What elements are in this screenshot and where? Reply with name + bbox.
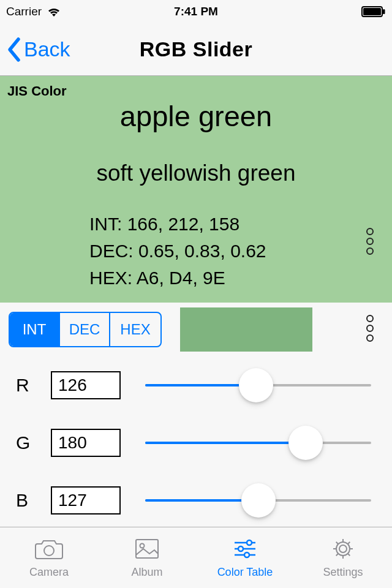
nav-bar: Back RGB Slider (0, 23, 392, 76)
channel-label-g: G (9, 432, 36, 453)
carrier-label: Carrier (6, 5, 42, 18)
seg-hex[interactable]: HEX (110, 313, 160, 346)
value-input-r[interactable] (51, 371, 121, 399)
tab-bar: Camera Album Color Table Settings (0, 527, 392, 588)
svg-point-21 (336, 542, 350, 556)
mood-name: soft yellowish green (0, 160, 392, 186)
seg-dec[interactable]: DEC (60, 313, 110, 346)
slider-g[interactable] (145, 431, 371, 455)
slider-r[interactable] (145, 373, 371, 398)
int-line: INT: 166, 212, 158 (89, 211, 392, 238)
svg-point-7 (247, 540, 252, 545)
value-input-b[interactable] (51, 486, 121, 514)
svg-point-3 (44, 546, 54, 556)
svg-rect-1 (363, 8, 381, 15)
tab-label: Color Table (217, 566, 273, 579)
tab-camera[interactable]: Camera (0, 527, 98, 588)
gear-icon (329, 537, 357, 564)
slider-row-r: R (9, 356, 383, 414)
tab-color-table[interactable]: Color Table (196, 527, 294, 588)
slider-b[interactable] (145, 488, 371, 513)
tab-label: Camera (29, 566, 69, 579)
svg-point-11 (244, 552, 249, 557)
hex-line: HEX: A6, D4, 9E (89, 265, 392, 292)
more-icon[interactable] (366, 315, 374, 342)
back-button[interactable]: Back (0, 37, 70, 62)
swatch (180, 307, 312, 352)
album-icon (133, 537, 161, 564)
clock-label: 7:41 PM (174, 5, 218, 18)
control-row: INT DEC HEX (0, 303, 392, 356)
camera-icon (35, 537, 63, 564)
sliders-icon (231, 537, 259, 564)
value-input-g[interactable] (51, 429, 121, 457)
format-segmented-control: INT DEC HEX (9, 312, 162, 347)
color-codes: INT: 166, 212, 158 DEC: 0.65, 0.83, 0.62… (89, 211, 392, 292)
panel-label: JIS Color (7, 83, 392, 99)
channel-label-b: B (9, 490, 36, 511)
channel-label-r: R (9, 375, 36, 396)
more-icon[interactable] (366, 228, 374, 255)
slider-row-b: B (9, 472, 383, 529)
svg-point-5 (140, 544, 145, 548)
tab-label: Album (131, 566, 162, 579)
svg-point-9 (238, 546, 243, 551)
status-bar: Carrier 7:41 PM (0, 0, 392, 23)
svg-rect-4 (136, 540, 158, 558)
tab-settings[interactable]: Settings (294, 527, 392, 588)
back-label: Back (24, 37, 70, 61)
svg-rect-2 (383, 9, 385, 14)
seg-int[interactable]: INT (10, 313, 60, 346)
color-name: apple green (0, 99, 392, 133)
slider-row-g: G (9, 414, 383, 472)
wifi-icon (47, 6, 61, 17)
tab-label: Settings (323, 566, 363, 579)
sliders-group: R G B (0, 356, 392, 529)
svg-point-12 (339, 545, 347, 552)
color-preview-panel: JIS Color apple green soft yellowish gre… (0, 76, 392, 303)
tab-album[interactable]: Album (98, 527, 196, 588)
dec-line: DEC: 0.65, 0.83, 0.62 (89, 238, 392, 265)
battery-icon (361, 6, 386, 17)
page-title: RGB Slider (140, 37, 252, 61)
chevron-left-icon (6, 37, 21, 62)
